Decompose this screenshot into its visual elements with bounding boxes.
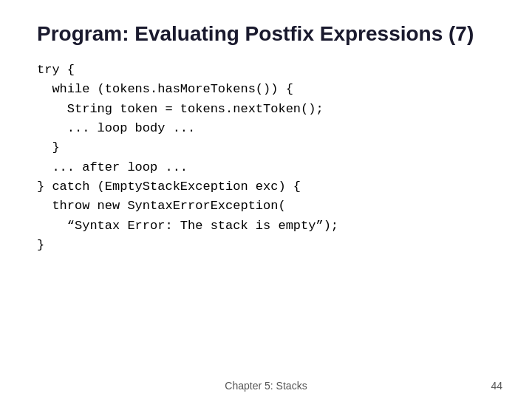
code-line-6: ... after loop ... — [37, 158, 502, 177]
footer-page: 44 — [491, 380, 502, 392]
code-line-5: } — [37, 138, 502, 157]
code-line-1: try { — [37, 61, 502, 80]
code-block: try { while (tokens.hasMoreTokens()) { S… — [30, 61, 502, 255]
code-line-4: ... loop body ... — [37, 119, 502, 138]
code-line-2: while (tokens.hasMoreTokens()) { — [37, 80, 502, 99]
slide: Program: Evaluating Postfix Expressions … — [0, 0, 532, 399]
code-line-9: “Syntax Error: The stack is empty”); — [37, 216, 502, 236]
slide-title: Program: Evaluating Postfix Expressions … — [30, 22, 502, 46]
code-line-7: } catch (EmptyStackException exc) { — [37, 177, 502, 197]
code-line-3: String token = tokens.nextToken(); — [37, 100, 502, 119]
code-line-8: throw new SyntaxErrorException( — [37, 197, 502, 216]
footer-chapter: Chapter 5: Stacks — [225, 380, 307, 392]
code-line-10: } — [37, 236, 502, 255]
